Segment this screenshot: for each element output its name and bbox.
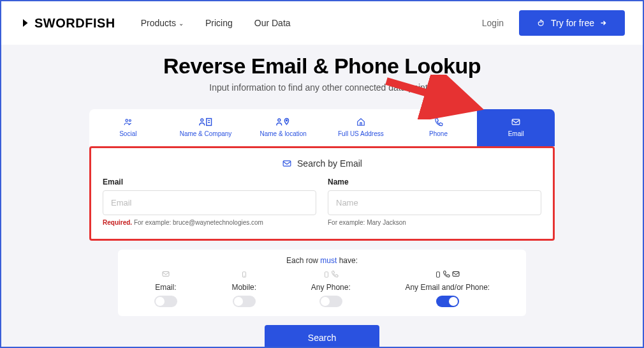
home-icon <box>356 117 366 127</box>
arrow-right-icon <box>599 19 607 27</box>
email-field-wrapper: Email Required. For example: bruce@wayne… <box>103 178 316 226</box>
svg-rect-8 <box>163 272 169 276</box>
svg-point-1 <box>129 119 131 121</box>
mail-icon <box>511 117 521 127</box>
svg-point-10 <box>244 276 244 276</box>
nav-ourdata[interactable]: Our Data <box>254 18 291 28</box>
svg-point-0 <box>126 119 128 122</box>
toggle-label: Any Phone: <box>311 283 351 292</box>
logo[interactable]: SWORDFISH <box>19 16 115 31</box>
toggle-anyphone[interactable] <box>319 296 342 307</box>
svg-rect-11 <box>325 272 328 277</box>
page-subtitle: Input information to find any other conn… <box>1 82 643 93</box>
toggle-anyemailphone-group: Any Email and/or Phone: <box>405 270 490 307</box>
name-label: Name <box>328 178 541 186</box>
toggle-label: Email: <box>155 283 176 292</box>
main-content: Reverse Email & Phone Lookup Input infor… <box>1 45 643 348</box>
nav-products[interactable]: Products ⌄ <box>141 18 184 28</box>
chevron-down-icon: ⌄ <box>179 20 184 27</box>
search-panel: Social Name & Company Name & location Fu… <box>89 109 555 241</box>
nav-products-label: Products <box>141 18 176 28</box>
right-nav: Login Try for free <box>482 10 625 36</box>
email-input[interactable] <box>103 190 316 215</box>
tab-label: Name & location <box>260 130 306 137</box>
email-label: Email <box>103 178 316 186</box>
mobile-icon <box>241 270 247 279</box>
toggle-email[interactable] <box>154 296 177 307</box>
name-input[interactable] <box>328 190 541 215</box>
toggle-section: Each row must have: Email: Mobile: Any P… <box>118 250 526 316</box>
chevron-right-icon <box>19 17 31 29</box>
tab-name-company[interactable]: Name & Company <box>167 109 245 146</box>
tab-label: Email <box>508 130 524 137</box>
name-field-wrapper: Name For example: Mary Jackson <box>328 178 541 226</box>
tab-phone[interactable]: Phone <box>400 109 478 146</box>
toggle-anyphone-group: Any Phone: <box>311 270 351 307</box>
toggle-mobile[interactable] <box>233 296 256 307</box>
svg-rect-7 <box>283 161 291 166</box>
hand-pointer-icon <box>537 19 546 27</box>
tab-full-us-address[interactable]: Full US Address <box>322 109 400 146</box>
form-fields: Email Required. For example: bruce@wayne… <box>103 178 541 226</box>
search-button[interactable]: Search <box>265 325 379 348</box>
tab-label: Name & Company <box>180 130 232 137</box>
header: SWORDFISH Products ⌄ Pricing Our Data Lo… <box>1 1 643 45</box>
svg-rect-3 <box>206 119 211 126</box>
tab-label: Full US Address <box>338 130 384 137</box>
mail-icon <box>282 159 292 168</box>
search-tabs: Social Name & Company Name & location Fu… <box>89 109 555 146</box>
page-title: Reverse Email & Phone Lookup <box>1 54 643 79</box>
nav-pricing[interactable]: Pricing <box>205 18 233 28</box>
mobile-phone-mail-icon <box>435 270 460 279</box>
svg-point-2 <box>200 119 203 121</box>
phone-icon <box>434 117 443 127</box>
person-building-icon <box>199 117 213 127</box>
search-by-heading: Search by Email <box>103 158 541 169</box>
tab-label: Phone <box>429 130 448 137</box>
email-helper-text: For example: bruce@waynetechnologies.com <box>132 219 263 226</box>
toggle-row: Email: Mobile: Any Phone: Any Email and/… <box>127 270 517 307</box>
person-pin-icon <box>276 117 290 127</box>
toggle-anyemailphone[interactable] <box>436 296 459 307</box>
mobile-phone-icon <box>323 270 339 279</box>
toggle-label: Any Email and/or Phone: <box>405 283 490 292</box>
svg-rect-13 <box>453 272 459 276</box>
people-icon <box>122 117 134 127</box>
primary-nav: Products ⌄ Pricing Our Data <box>141 18 291 28</box>
tab-label: Social <box>119 130 136 137</box>
svg-point-5 <box>286 120 288 121</box>
svg-rect-12 <box>436 272 439 277</box>
cta-label: Try for free <box>551 18 594 28</box>
try-free-button[interactable]: Try for free <box>519 10 625 36</box>
name-helper: For example: Mary Jackson <box>328 219 541 226</box>
required-text: Required. <box>103 219 132 226</box>
login-link[interactable]: Login <box>482 18 504 28</box>
search-by-label: Search by Email <box>297 158 362 169</box>
tab-name-location[interactable]: Name & location <box>244 109 322 146</box>
toggle-label: Mobile: <box>231 283 256 292</box>
email-helper: Required. For example: bruce@waynetechno… <box>103 219 316 226</box>
toggle-mobile-group: Mobile: <box>231 270 256 307</box>
logo-text: SWORDFISH <box>34 16 115 31</box>
row-must-label: Each row must have: <box>127 256 517 265</box>
search-form: Search by Email Email Required. For exam… <box>89 146 555 241</box>
mail-icon <box>161 270 170 279</box>
svg-rect-6 <box>512 119 520 125</box>
tab-email[interactable]: Email <box>477 109 555 146</box>
svg-point-4 <box>278 119 281 121</box>
toggle-email-group: Email: <box>154 270 177 307</box>
tab-social[interactable]: Social <box>89 109 167 146</box>
